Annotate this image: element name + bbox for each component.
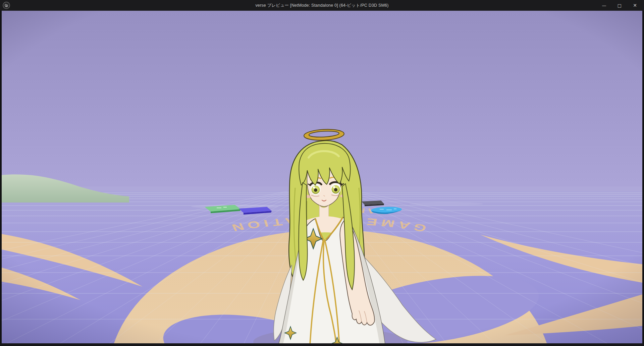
window-titlebar: verse プレビュー [NetMode: Standalone 0] (64-… xyxy=(0,0,644,11)
window-border-left xyxy=(0,11,2,346)
game-viewport[interactable]: GAME ANIMATION SAMPLE xyxy=(2,11,642,343)
window-title: verse プレビュー [NetMode: Standalone 0] (64-… xyxy=(0,0,644,11)
window-controls: — □ ✕ xyxy=(596,0,643,11)
close-button[interactable]: ✕ xyxy=(627,0,643,11)
window-border-right xyxy=(642,11,644,346)
maximize-button[interactable]: □ xyxy=(612,0,627,11)
vignette xyxy=(2,11,642,343)
window-border-bottom xyxy=(0,343,644,346)
minimize-icon: — xyxy=(602,3,606,8)
minimize-button[interactable]: — xyxy=(596,0,612,11)
close-icon: ✕ xyxy=(633,3,637,8)
maximize-icon: □ xyxy=(618,3,622,8)
scene-svg: GAME ANIMATION SAMPLE xyxy=(2,11,642,343)
